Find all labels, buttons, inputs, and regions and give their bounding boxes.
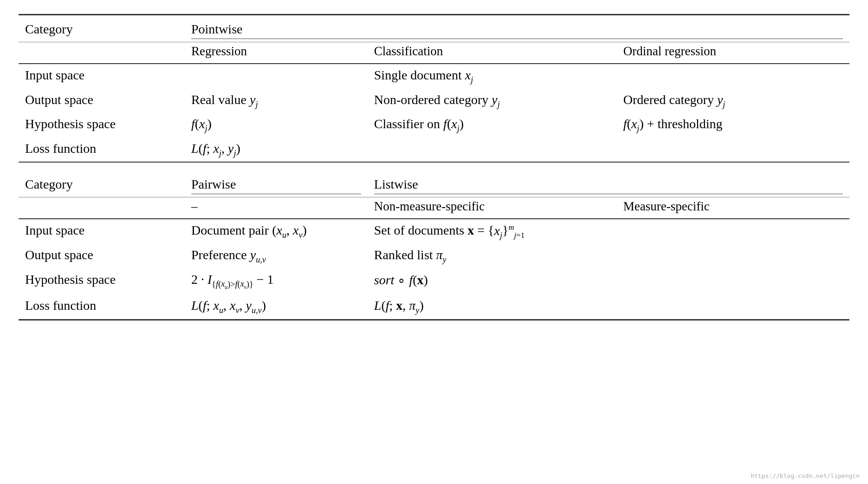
pointwise-label: Pointwise <box>191 22 843 39</box>
nonmeasure-label: Non-measure-specific <box>368 197 617 219</box>
section1-input-space-row: Input space Single document xj <box>19 64 849 89</box>
loss-pairwise: L(f; xu, xv, yu,v) <box>185 294 368 320</box>
section2-category-row: Category Pairwise Listwise <box>19 170 849 197</box>
input-space-label-2: Input space <box>19 219 185 244</box>
input-space-value-1: Single document xj <box>368 64 849 89</box>
section2-output-space-row: Output space Preference yu,v Ranked list… <box>19 244 849 268</box>
section2-hypothesis-space-row: Hypothesis space 2 · I{f(xu)>f(xv)} − 1 … <box>19 268 849 294</box>
input-space-label-1: Input space <box>19 64 185 89</box>
output-space-label-2: Output space <box>19 244 185 268</box>
input-space-pairwise: Document pair (xu, xv) <box>185 219 368 244</box>
section1-hypothesis-space-row: Hypothesis space f(xj) Classifier on f(x… <box>19 113 849 137</box>
loss-function-label-1: Loss function <box>19 137 185 163</box>
pairwise-header: Pairwise <box>185 170 368 197</box>
listwise-label: Listwise <box>374 177 843 194</box>
hypothesis-space-label-2: Hypothesis space <box>19 268 185 294</box>
hypothesis-space-label-1: Hypothesis space <box>19 113 185 137</box>
hypothesis-ordinal: f(xj) + thresholding <box>617 113 849 137</box>
loss-regression: L(f; xj, yj) <box>185 137 368 163</box>
section1-category-row: Category Pointwise <box>19 15 849 42</box>
output-space-listwise: Ranked list πy <box>368 244 849 268</box>
loss-function-label-2: Loss function <box>19 294 185 320</box>
hypothesis-classification: Classifier on f(xj) <box>368 113 617 137</box>
output-space-regression: Real value yj <box>185 89 368 113</box>
output-space-label-1: Output space <box>19 89 185 113</box>
pairwise-label: Pairwise <box>191 177 361 194</box>
dash-label: – <box>185 197 368 219</box>
hypothesis-pairwise: 2 · I{f(xu)>f(xv)} − 1 <box>185 268 368 294</box>
output-space-classification: Non-ordered category yj <box>368 89 617 113</box>
category-label-1: Category <box>19 15 185 42</box>
hypothesis-listwise: sort ∘ f(x) <box>368 268 849 294</box>
section2-subheader-row: – Non-measure-specific Measure-specific <box>19 197 849 219</box>
comparison-table: Category Pointwise Regression Classifica… <box>19 14 849 320</box>
section1-loss-function-row: Loss function L(f; xj, yj) <box>19 137 849 163</box>
section1-output-space-row: Output space Real value yj Non-ordered c… <box>19 89 849 113</box>
category-label-2: Category <box>19 170 185 197</box>
output-space-pairwise: Preference yu,v <box>185 244 368 268</box>
ordinal-label: Ordinal regression <box>617 42 849 64</box>
hypothesis-regression: f(xj) <box>185 113 368 137</box>
regression-label: Regression <box>185 42 368 64</box>
listwise-header: Listwise <box>368 170 849 197</box>
output-space-ordinal: Ordered category yj <box>617 89 849 113</box>
measure-label: Measure-specific <box>617 197 849 219</box>
input-space-listwise: Set of documents x = {xj}mj=1 <box>368 219 849 244</box>
section2-loss-function-row: Loss function L(f; xu, xv, yu,v) L(f; x,… <box>19 294 849 320</box>
watermark: https://blog.csdn.net/lipengcn <box>751 472 860 479</box>
loss-listwise: L(f; x, πy) <box>368 294 849 320</box>
classification-label: Classification <box>368 42 617 64</box>
main-container: Category Pointwise Regression Classifica… <box>0 0 868 484</box>
section-divider <box>19 162 849 170</box>
pointwise-header: Pointwise <box>185 15 849 42</box>
section2-input-space-row: Input space Document pair (xu, xv) Set o… <box>19 219 849 244</box>
section1-subheader-row: Regression Classification Ordinal regres… <box>19 42 849 64</box>
